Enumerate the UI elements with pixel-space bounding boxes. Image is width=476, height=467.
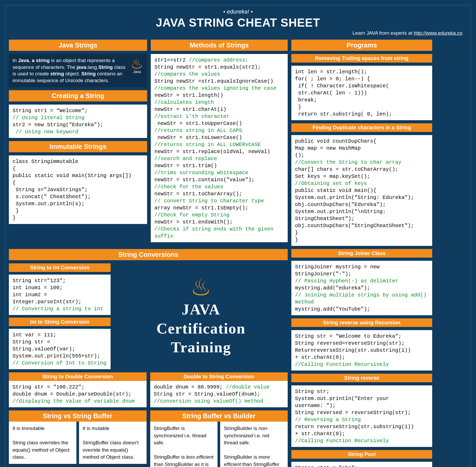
heading-s2d: String to Double Conversion	[9, 372, 147, 381]
code-rev: String str; System.out.println("Enter yo…	[291, 385, 432, 447]
intro-text: In Java, a string is an object that repr…	[13, 57, 128, 84]
heading-pool: String Pool	[291, 450, 432, 459]
code-s2i: String str="123"; int inum1 = 100; int i…	[9, 275, 111, 315]
code-revrec: String str = "Welcome to Edureka"; Strin…	[291, 330, 432, 371]
learn-text: Learn JAVA from experts at http://www.ed…	[9, 30, 462, 36]
heading-i2s: Int to String Conversion	[9, 318, 111, 326]
page-title: JAVA STRING CHEAT SHEET	[9, 16, 467, 29]
heading-programs: Programs	[291, 40, 432, 51]
heading-java-strings: Java Strings	[9, 40, 147, 51]
heading-svsb: String vs String Buffer	[9, 410, 147, 422]
code-immutable: class Stringimmutable { public static vo…	[9, 155, 147, 224]
heading-bvsbu: String Buffer vs Builder	[150, 410, 288, 422]
java-icon: ♨Java	[130, 57, 143, 74]
bvsbu-left: StringBuffer is synchronized i.e. thread…	[150, 422, 218, 467]
hero-panel: ♨ JAVACertificationTraining	[114, 263, 288, 369]
heading-trailing: Removing Trailing spaces from string	[291, 54, 432, 63]
code-dup: public void countDupChars{ Map map = new…	[291, 135, 432, 246]
code-methods: str1==str2 //compares address; String ne…	[151, 54, 288, 242]
heading-immutable: Immutable Strings	[9, 141, 147, 152]
svsb-right: It is mutable StringBuffer class doesn't…	[79, 422, 147, 464]
heading-joiner: String Joiner Class	[291, 249, 432, 258]
heading-creating: Creating a String	[9, 90, 147, 101]
learn-link[interactable]: http://www.edureka.co	[414, 30, 462, 36]
cheat-sheet: edureka! JAVA STRING CHEAT SHEET Learn J…	[5, 5, 471, 467]
brand-logo: edureka!	[9, 8, 467, 15]
split-svsb: It is immutable String class overrides t…	[9, 422, 147, 464]
heading-dup: Finding Duplicate characters in a String	[291, 123, 432, 132]
code-d2s: double dnum = 88.9999; //double value St…	[150, 381, 288, 407]
code-joiner: StringJoiner mystring = new StringJoiner…	[291, 261, 432, 315]
hero-text: JAVACertificationTraining	[156, 300, 246, 357]
heading-conversions: String Conversions	[9, 249, 288, 260]
learn-prefix: Learn JAVA from experts at	[352, 30, 414, 36]
heading-rev: String reverse	[291, 374, 432, 382]
intro-box: In Java, a string is an object that repr…	[9, 54, 147, 87]
heading-d2s: Double to String Conversion	[150, 372, 288, 381]
code-creating: String str1 = “Welcome”; // Using litera…	[9, 105, 147, 138]
svsb-left: It is immutable String class overrides t…	[9, 422, 76, 464]
code-s2d: String str = "100.222"; double dnum = Do…	[9, 381, 147, 407]
code-i2s: int var = 111; String str = String.value…	[9, 329, 111, 369]
code-pool: String str1 = "abc"; String str2 = "abc"…	[291, 462, 432, 467]
heading-s2i: String to Int Conversion	[9, 263, 111, 272]
split-bvsbu: StringBuffer is synchronized i.e. thread…	[150, 422, 288, 467]
bvsbu-right: StringBuilder is non-synchronized i.e. n…	[220, 422, 288, 467]
heading-methods: Methods of Strings	[151, 40, 288, 51]
code-trailing: int len = str.length(); for( ; len > 0; …	[291, 66, 432, 120]
heading-revrec: String reverse using Recursion	[291, 318, 432, 327]
java-cup-icon: ♨	[190, 276, 212, 299]
